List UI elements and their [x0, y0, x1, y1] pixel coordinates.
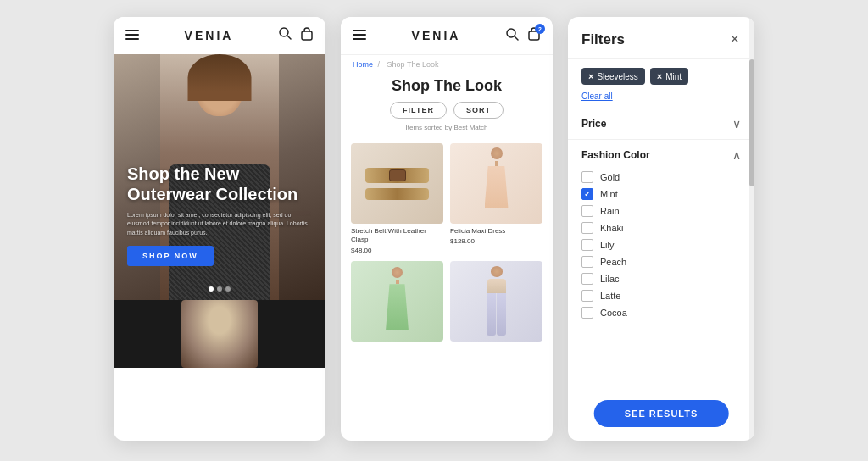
color-chevron-icon: ∧ [732, 148, 741, 162]
product-image-3 [351, 261, 443, 342]
phone-nav-1: VENIA [114, 17, 326, 54]
product-item-1[interactable]: Stretch Belt With Leather Clasp $48.00 [348, 140, 447, 258]
label-cocoa: Cocoa [600, 308, 627, 318]
checkbox-cocoa[interactable] [581, 307, 593, 319]
pants-leg-left [487, 293, 496, 336]
bag-icon-1[interactable] [300, 27, 314, 44]
sort-button[interactable]: SORT [453, 102, 504, 119]
price-chevron-icon: ∨ [732, 117, 741, 131]
product-item-3[interactable] [348, 258, 447, 348]
tag-x-mint: × [657, 71, 662, 81]
product-item-2[interactable]: Felicia Maxi Dress $128.00 [447, 140, 546, 258]
label-rain: Rain [600, 206, 620, 216]
checkbox-khaki[interactable] [581, 222, 593, 234]
label-lily: Lily [600, 240, 615, 250]
color-filter-options: Gold Mint Rain Khaki Lily [581, 169, 741, 321]
svg-rect-8 [353, 38, 366, 40]
see-results-button[interactable]: SEE RESULTS [594, 400, 729, 427]
product-price-1: $48.00 [351, 247, 443, 254]
breadcrumb-home[interactable]: Home [353, 60, 373, 69]
checkbox-mint[interactable] [581, 188, 593, 200]
checkbox-latte[interactable] [581, 290, 593, 302]
screens-container: VENIA Shop the New Outerwear Collection … [0, 0, 868, 461]
label-latte: Latte [600, 291, 620, 301]
nav-icons-2: 2 [506, 27, 541, 44]
filter-section-color: Fashion Color ∧ Gold Mint Rain [568, 139, 754, 330]
hero-overlay: Shop the New Outerwear Collection Lorem … [114, 164, 326, 267]
filter-tag-sleeveless[interactable]: × Sleeveless [581, 68, 645, 85]
label-khaki: Khaki [600, 223, 624, 233]
checkbox-lilac[interactable] [581, 273, 593, 285]
breadcrumb-separator: / [378, 60, 381, 69]
filter-header: Filters × [568, 17, 754, 59]
search-icon-2[interactable] [506, 28, 519, 44]
price-section-title: Price [581, 118, 606, 130]
svg-rect-7 [353, 34, 366, 36]
hero-image: Shop the New Outerwear Collection Lorem … [114, 54, 326, 300]
svg-rect-6 [353, 30, 366, 31]
filter-section-price: Price ∨ [568, 108, 754, 139]
svg-rect-0 [125, 30, 139, 31]
clear-all-button[interactable]: Clear all [568, 90, 754, 108]
filter-option-peach[interactable]: Peach [581, 253, 741, 270]
sorted-label: Items sorted by Best Match [353, 124, 541, 131]
filter-option-latte[interactable]: Latte [581, 287, 741, 304]
svg-line-4 [287, 36, 291, 39]
tag-x-sleeveless: × [588, 71, 593, 81]
dress-body [485, 166, 509, 208]
product-image-4 [450, 261, 542, 342]
label-gold: Gold [600, 172, 620, 182]
hamburger-icon[interactable] [125, 28, 139, 43]
hamburger-icon-2[interactable] [353, 28, 366, 43]
svg-line-10 [515, 36, 518, 40]
pants-torso [487, 279, 506, 294]
filter-option-mint[interactable]: Mint [581, 186, 741, 203]
checkbox-peach[interactable] [581, 256, 593, 268]
hero-dot-3[interactable] [225, 286, 231, 292]
product-item-4[interactable] [447, 258, 546, 348]
hero-dots [209, 286, 231, 292]
filter-sort-row: FILTER SORT [353, 102, 541, 119]
pants-body [487, 293, 506, 336]
filter-close-button[interactable]: × [728, 31, 741, 48]
shop-now-button[interactable]: SHOP NOW [127, 246, 214, 266]
tag-label-sleeveless: Sleeveless [597, 72, 637, 81]
cart-count-badge: 2 [535, 24, 545, 34]
checkbox-gold[interactable] [581, 171, 593, 183]
phone-screen-1: VENIA Shop the New Outerwear Collection … [114, 17, 326, 441]
green-dress-body [385, 284, 410, 330]
hero-dot-1[interactable] [209, 286, 214, 292]
hero-dot-2[interactable] [217, 286, 222, 292]
svg-rect-2 [125, 38, 139, 40]
filter-tags: × Sleeveless × Mint [568, 59, 754, 90]
filter-button[interactable]: FILTER [390, 102, 447, 119]
phone-nav-2: VENIA 2 [341, 17, 553, 55]
dress-head [491, 147, 503, 159]
scroll-thumb[interactable] [749, 59, 754, 186]
search-icon-1[interactable] [279, 27, 292, 44]
filter-option-khaki[interactable]: Khaki [581, 219, 741, 236]
cart-badge-wrap[interactable]: 2 [527, 27, 541, 44]
scroll-track [749, 17, 754, 441]
color-section-header[interactable]: Fashion Color ∧ [581, 148, 741, 162]
phone-screen-2: VENIA 2 Home / Shop The Look Shop The Lo… [341, 17, 553, 441]
products-grid: Stretch Belt With Leather Clasp $48.00 F… [341, 140, 553, 348]
filter-option-lilac[interactable]: Lilac [581, 270, 741, 287]
product-price-2: $128.00 [450, 237, 542, 245]
brand-logo-2: VENIA [412, 29, 461, 42]
filter-tag-mint[interactable]: × Mint [650, 68, 688, 85]
checkbox-rain[interactable] [581, 205, 593, 217]
green-dress-figure [382, 267, 412, 335]
svg-rect-5 [302, 31, 312, 40]
price-section-header[interactable]: Price ∨ [581, 117, 741, 131]
breadcrumb: Home / Shop The Look [341, 55, 553, 74]
filter-option-cocoa[interactable]: Cocoa [581, 304, 741, 321]
hero-subtitle: Lorem ipsum dolor sit amet, consectetur … [127, 211, 312, 238]
filter-option-lily[interactable]: Lily [581, 236, 741, 253]
product-name-1: Stretch Belt With Leather Clasp [351, 227, 443, 245]
brand-logo-1: VENIA [185, 29, 234, 42]
filter-option-rain[interactable]: Rain [581, 203, 741, 219]
filter-option-gold[interactable]: Gold [581, 169, 741, 186]
label-peach: Peach [600, 257, 626, 267]
checkbox-lily[interactable] [581, 239, 593, 251]
